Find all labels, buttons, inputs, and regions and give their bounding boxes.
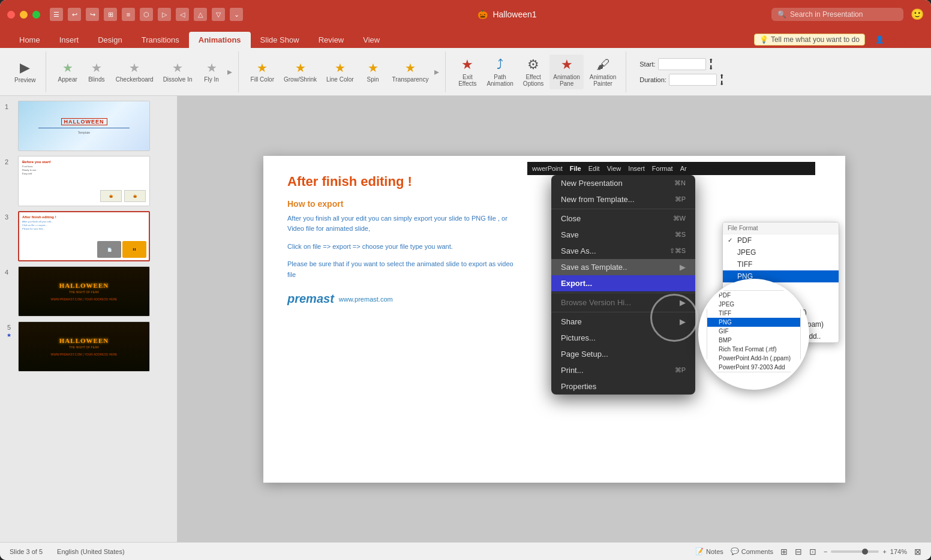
tab-animations[interactable]: Animations: [189, 32, 251, 48]
menu-insert[interactable]: Insert: [628, 165, 645, 172]
tab-home[interactable]: Home: [10, 32, 50, 48]
tab-design[interactable]: Design: [88, 32, 131, 48]
search-bar[interactable]: 🔍 Search in Presentation: [771, 8, 903, 21]
normal-view-button[interactable]: ⊞: [780, 547, 788, 556]
misc-icon7[interactable]: ▽: [212, 8, 225, 21]
start-input[interactable]: [658, 58, 706, 70]
ctx-page-setup[interactable]: Page Setup...: [551, 346, 695, 362]
ff-pdf[interactable]: ✓ PDF: [723, 234, 839, 246]
mag-ppam[interactable]: PowerPoint Add-In (.ppam): [707, 354, 800, 363]
appear-button[interactable]: ★ Appear: [55, 58, 81, 85]
slideshow-view-button[interactable]: ⊡: [809, 547, 816, 556]
exit-effects-button[interactable]: ★ ExitEffects: [454, 55, 480, 89]
slide-thumb-5[interactable]: HALLOWEEN THE NIGHT OF FEAR WWW.PREMAST.…: [18, 321, 150, 372]
mag-tiff[interactable]: TIFF: [707, 309, 800, 318]
customize-icon[interactable]: ⌄: [230, 8, 243, 21]
start-stepper-icon[interactable]: ⬆⬇: [708, 58, 713, 71]
slide-canvas[interactable]: After finish editing ! How to export Aft…: [263, 156, 845, 483]
slide-item-4[interactable]: 4 HALLOWEEN THE NIGHT OF FEAR WWW.PREMAS…: [5, 266, 172, 317]
undo-icon[interactable]: ↩: [68, 8, 81, 21]
misc-icon1[interactable]: ⊞: [104, 8, 117, 21]
mag-ppt97[interactable]: PowerPoint 97-2003 Add: [707, 363, 800, 372]
ctx-export[interactable]: Export...: [551, 275, 695, 291]
ctx-new-template[interactable]: New from Template... ⌘P: [551, 191, 695, 207]
more-emphasis-button[interactable]: ▸: [434, 66, 439, 77]
mag-pdf[interactable]: ✓ PDF: [707, 291, 800, 300]
slide-thumb-3[interactable]: After finish editing ! After you finish …: [18, 211, 150, 261]
ctx-new-presentation[interactable]: New Presentation ⌘N: [551, 175, 695, 191]
fit-to-window-button[interactable]: ⊠: [914, 547, 921, 556]
animation-pane-button[interactable]: ★ AnimationPane: [549, 55, 583, 89]
menu-format[interactable]: Format: [652, 165, 673, 172]
duration-stepper-icon[interactable]: ⬆⬇: [719, 73, 724, 86]
minimize-button[interactable]: [20, 11, 28, 19]
blinds-button[interactable]: ★ Blinds: [83, 58, 110, 85]
slide-thumb-2[interactable]: Before you start! Font factsReady to use…: [18, 156, 150, 206]
zoom-out-button[interactable]: −: [824, 548, 827, 555]
ff-jpeg[interactable]: JPEG: [723, 246, 839, 258]
dissolve-button[interactable]: ★ Dissolve In: [160, 58, 196, 85]
growshrink-button[interactable]: ★ Grow/Shrink: [280, 58, 320, 85]
tab-insert[interactable]: Insert: [50, 32, 89, 48]
mag-bmp[interactable]: BMP: [707, 336, 800, 345]
linecolor-label: Line Color: [326, 76, 354, 83]
preview-button[interactable]: ▶ Preview: [11, 58, 40, 86]
mag-png[interactable]: PNG: [707, 318, 800, 327]
misc-icon6[interactable]: △: [194, 8, 207, 21]
fillcolor-button[interactable]: ★ Fill Color: [247, 58, 278, 85]
duration-input[interactable]: [669, 74, 717, 86]
flyin-button[interactable]: ★ Fly In: [199, 58, 225, 85]
slide-item-5[interactable]: 5 ★ HALLOWEEN THE NIGHT OF FEAR WWW.PREM…: [5, 321, 172, 372]
mag-rtf[interactable]: Rich Text Format (.rtf): [707, 345, 800, 354]
slide-item-1[interactable]: 1 HALLOWEEN Template: [5, 101, 172, 151]
menu-file[interactable]: File: [570, 165, 581, 172]
ctx-properties[interactable]: Properties: [551, 378, 695, 395]
misc-icon3[interactable]: ⬡: [140, 8, 153, 21]
linecolor-button[interactable]: ★ Line Color: [323, 58, 358, 85]
slide-item-2[interactable]: 2 Before you start! Font factsReady to u…: [5, 156, 172, 206]
effect-options-button[interactable]: ⚙ EffectOptions: [519, 55, 547, 89]
checkerboard-button[interactable]: ★ Checkerboard: [112, 58, 157, 85]
ctx-save-as[interactable]: Save As... ⇧⌘S: [551, 243, 695, 259]
slide-thumb-1[interactable]: HALLOWEEN Template: [18, 101, 150, 151]
ctx-save-template[interactable]: Save as Template.. ▶: [551, 259, 695, 275]
spin-button[interactable]: ★ Spin: [360, 58, 386, 85]
sidebar-icon[interactable]: ☰: [50, 8, 63, 21]
slide-item-3[interactable]: 3 After finish editing ! After you finis…: [5, 211, 172, 261]
menu-ppt[interactable]: wwerPoint: [532, 165, 563, 172]
tab-view[interactable]: View: [353, 32, 389, 48]
close-button[interactable]: [7, 11, 15, 19]
misc-icon5[interactable]: ◁: [176, 8, 189, 21]
comments-button[interactable]: 💬 Comments: [731, 547, 773, 555]
zoom-in-button[interactable]: +: [882, 548, 886, 555]
ctx-print[interactable]: Print... ⌘P: [551, 362, 695, 378]
share-button[interactable]: 👤+ Share ▾: [870, 34, 921, 46]
menu-view[interactable]: View: [607, 165, 621, 172]
mag-gif[interactable]: GIF: [707, 327, 800, 336]
animation-painter-button[interactable]: 🖌 AnimationPainter: [586, 55, 620, 89]
mag-jpeg[interactable]: JPEG: [707, 300, 800, 309]
checkerboard-icon: ★: [129, 61, 140, 75]
zoom-slider[interactable]: [831, 550, 879, 553]
grid-view-button[interactable]: ⊟: [795, 547, 802, 556]
emphasis-animations-section: ★ Fill Color ★ Grow/Shrink ★ Line Color …: [241, 52, 446, 92]
notes-button[interactable]: 📝 Notes: [695, 547, 723, 555]
slide-thumb-4[interactable]: HALLOWEEN THE NIGHT OF FEAR WWW.PREMAST.…: [18, 266, 150, 317]
more-entrance-button[interactable]: ▸: [227, 66, 232, 77]
redo-icon[interactable]: ↪: [86, 8, 99, 21]
ctx-close[interactable]: Close ⌘W: [551, 210, 695, 227]
menu-edit[interactable]: Edit: [588, 165, 600, 172]
path-animation-button[interactable]: ⤴ PathAnimation: [483, 55, 516, 89]
misc-icon2[interactable]: ≡: [122, 8, 135, 21]
transparency-button[interactable]: ★ Transparency: [389, 58, 433, 85]
smiley-icon[interactable]: 🙂: [911, 8, 924, 21]
tab-review[interactable]: Review: [309, 32, 354, 48]
ctx-save[interactable]: Save ⌘S: [551, 227, 695, 243]
misc-icon4[interactable]: ▷: [158, 8, 171, 21]
maximize-button[interactable]: [32, 11, 40, 19]
tell-me-button[interactable]: 💡 Tell me what you want to do: [754, 34, 865, 46]
menu-ar[interactable]: Ar: [680, 165, 687, 172]
tab-slideshow[interactable]: Slide Show: [251, 32, 309, 48]
ff-tiff[interactable]: TIFF: [723, 258, 839, 270]
tab-transitions[interactable]: Transitions: [132, 32, 189, 48]
